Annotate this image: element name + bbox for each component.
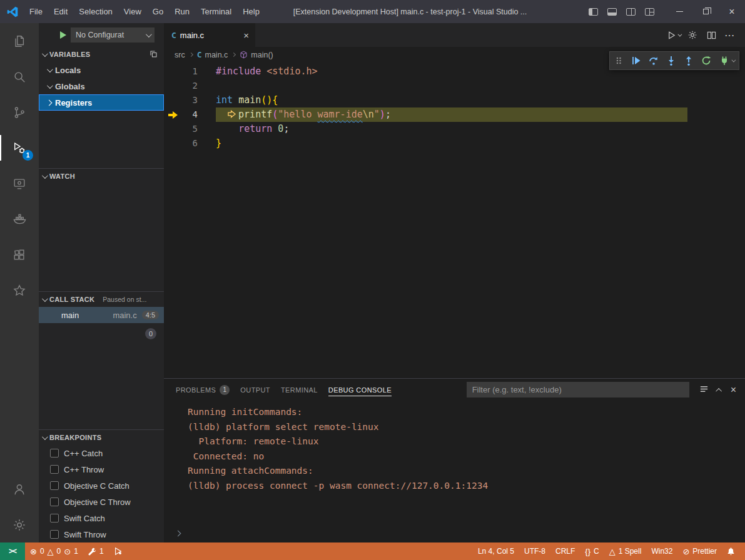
breakpoint-item[interactable]: Swift Catch xyxy=(39,510,164,526)
settings-gear-icon xyxy=(13,518,26,532)
remote-indicator[interactable]: >< xyxy=(0,542,25,560)
breakpoint-checkbox[interactable] xyxy=(50,498,59,506)
continue-button[interactable] xyxy=(627,52,645,69)
breakpoint-checkbox[interactable] xyxy=(50,465,59,474)
sidebar-item-remote-explorer[interactable] xyxy=(0,166,39,201)
start-debug-icon[interactable] xyxy=(60,31,66,39)
step-over-button[interactable] xyxy=(645,52,662,69)
sidebar-item-run-and-debug[interactable]: 1 xyxy=(0,130,39,166)
toggle-sidebar-button[interactable] xyxy=(584,0,602,23)
language-mode-status[interactable]: {} C xyxy=(580,542,604,560)
spell-checker-status[interactable]: △ 1 Spell xyxy=(604,542,647,560)
status-bar-right: Ln 4, Col 5 UTF-8 CRLF {} C △ 1 Spell Wi… xyxy=(473,542,745,560)
formatter-status[interactable]: ⊘ Prettier xyxy=(677,542,722,560)
account-button[interactable] xyxy=(0,471,39,507)
console-line: Platform: remote-linux xyxy=(188,434,745,449)
variables-item-globals[interactable]: Globals xyxy=(39,78,164,94)
eol-status[interactable]: CRLF xyxy=(550,542,580,560)
tab-main-c[interactable]: C main.c × xyxy=(164,23,255,47)
settings-button[interactable] xyxy=(0,507,39,542)
menu-selection[interactable]: Selection xyxy=(73,0,118,23)
breakpoint-item[interactable]: Objective C Catch xyxy=(39,478,164,494)
code-line[interactable]: 2 xyxy=(164,79,745,93)
console-options-button[interactable] xyxy=(699,384,709,396)
customize-layout-icon xyxy=(645,8,654,16)
toolbar-drag-grip[interactable] xyxy=(610,52,627,69)
problems-status[interactable]: ⊗0 △0 ⊙1 xyxy=(25,542,83,560)
code-line[interactable]: 6} xyxy=(164,136,745,151)
breakpoint-item[interactable]: Objective C Throw xyxy=(39,494,164,510)
breakpoint-checkbox[interactable] xyxy=(50,449,59,458)
maximize-button[interactable] xyxy=(692,0,719,23)
encoding-status[interactable]: UTF-8 xyxy=(519,542,550,560)
step-out-button[interactable] xyxy=(680,52,697,69)
cursor-position-status[interactable]: Ln 4, Col 5 xyxy=(473,542,519,560)
watch-header[interactable]: WATCH xyxy=(39,169,164,184)
menu-file[interactable]: File xyxy=(24,0,48,23)
panel-tab-problems[interactable]: PROBLEMS1 xyxy=(176,379,230,401)
toolchain-status[interactable]: 1 xyxy=(83,542,109,560)
disconnect-button[interactable] xyxy=(715,52,739,69)
breakpoint-item[interactable]: C++ Catch xyxy=(39,445,164,461)
variables-header[interactable]: VARIABLES xyxy=(39,47,164,62)
breakpoints-header[interactable]: BREAKPOINTS xyxy=(39,430,164,445)
tab-close-icon[interactable]: × xyxy=(243,31,249,40)
sidebar-item-extensions[interactable] xyxy=(0,237,39,272)
split-editor-button[interactable] xyxy=(702,26,720,44)
menu-go[interactable]: Go xyxy=(147,0,169,23)
breakpoint-item[interactable]: Swift Throw xyxy=(39,526,164,542)
minimize-button[interactable] xyxy=(666,0,692,23)
chevron-down-icon xyxy=(47,66,53,72)
step-into-button[interactable] xyxy=(662,52,680,69)
menu-run[interactable]: Run xyxy=(169,0,195,23)
platform-status[interactable]: Win32 xyxy=(646,542,677,560)
console-input-chevron[interactable] xyxy=(176,528,180,538)
console-filter-input[interactable] xyxy=(467,382,689,398)
more-actions-button[interactable]: ··· xyxy=(721,26,739,44)
breakpoint-item[interactable]: C++ Throw xyxy=(39,461,164,478)
explorer-icon xyxy=(13,34,26,48)
call-stack-count-badge: 0 xyxy=(145,328,156,339)
breakpoint-checkbox[interactable] xyxy=(50,481,59,490)
panel-tab-terminal[interactable]: TERMINAL xyxy=(281,379,318,401)
close-button[interactable]: × xyxy=(719,0,745,23)
code-line[interactable]: 3int main(){ xyxy=(164,93,745,108)
sidebar-item-explorer[interactable] xyxy=(0,23,39,59)
sidebar-item-search[interactable] xyxy=(0,59,39,94)
customize-layout-button[interactable] xyxy=(640,0,659,23)
sidebar-item-favorites[interactable] xyxy=(0,272,39,308)
code-line[interactable]: 4 printf("hello wamr-ide\n"); xyxy=(164,108,745,122)
notifications-button[interactable] xyxy=(722,542,740,560)
menu-edit[interactable]: Edit xyxy=(48,0,73,23)
stack-frame-row[interactable]: main main.c 4:5 xyxy=(39,307,164,323)
menu-view[interactable]: View xyxy=(118,0,147,23)
toggle-panel-button[interactable] xyxy=(602,0,621,23)
close-panel-button[interactable]: × xyxy=(731,385,736,395)
variables-item-registers[interactable]: Registers xyxy=(39,94,164,111)
menu-help[interactable]: Help xyxy=(237,0,265,23)
maximize-panel-button[interactable] xyxy=(717,385,722,394)
collapse-all-icon[interactable] xyxy=(150,50,158,59)
debug-status[interactable] xyxy=(109,542,128,560)
variables-item-locals[interactable]: Locals xyxy=(39,62,164,78)
breadcrumb-file[interactable]: C main.c xyxy=(197,50,228,59)
breadcrumb-symbol[interactable]: main() xyxy=(240,51,273,59)
debug-config-dropdown[interactable]: No Configurat xyxy=(71,28,155,42)
line-number: 1 xyxy=(181,64,198,79)
toggle-secondary-sidebar-button[interactable] xyxy=(621,0,640,23)
breakpoint-checkbox[interactable] xyxy=(50,530,59,539)
breadcrumb-src[interactable]: src xyxy=(175,51,185,59)
panel-tab-debug-console[interactable]: DEBUG CONSOLE xyxy=(328,379,392,401)
menu-terminal[interactable]: Terminal xyxy=(195,0,237,23)
code-line[interactable]: 5 return 0; xyxy=(164,122,745,136)
call-stack-header[interactable]: CALL STACK Paused on st... xyxy=(39,292,164,307)
restart-button[interactable] xyxy=(697,52,715,69)
breakpoint-checkbox[interactable] xyxy=(50,514,59,522)
editor-settings-button[interactable] xyxy=(684,26,701,44)
sidebar-item-docker[interactable] xyxy=(0,201,39,237)
run-or-debug-button[interactable] xyxy=(665,26,682,44)
code-editor[interactable]: 1#include <stdio.h>23int main(){4 printf… xyxy=(164,62,745,378)
sidebar-item-source-control[interactable] xyxy=(0,94,39,130)
debug-console-output[interactable]: Running initCommands:(lldb) platform sel… xyxy=(164,401,745,542)
panel-tab-output[interactable]: OUTPUT xyxy=(240,379,270,401)
